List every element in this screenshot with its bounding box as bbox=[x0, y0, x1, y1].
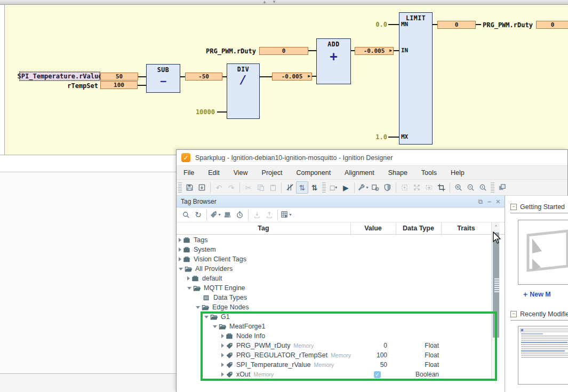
fbd-var-out-pwm-rduty[interactable]: PRG_PWM.rDuty bbox=[483, 21, 533, 29]
expand-out-icon[interactable] bbox=[398, 181, 411, 194]
tag-value-cell[interactable] bbox=[350, 302, 396, 312]
cascade-windows-icon[interactable] bbox=[496, 181, 508, 194]
tag-value-cell[interactable] bbox=[350, 245, 396, 254]
fit-selection-icon[interactable] bbox=[423, 181, 435, 194]
column-header-value[interactable]: Value bbox=[350, 222, 396, 234]
splitter-down-icon[interactable]: ▼ bbox=[272, 0, 276, 4]
redo-icon[interactable]: ↷ bbox=[225, 181, 237, 194]
tag-value-cell[interactable] bbox=[350, 254, 396, 264]
tree-row-edge-nodes[interactable]: Edge Nodes bbox=[177, 302, 491, 312]
project-properties-icon[interactable] bbox=[369, 181, 381, 194]
expand-down-icon[interactable] bbox=[187, 287, 191, 290]
tree-row-tags[interactable]: Tags bbox=[177, 235, 491, 245]
toolbar-grip[interactable] bbox=[491, 182, 494, 193]
column-settings-icon[interactable]: ▾ bbox=[280, 209, 292, 221]
tag-value-cell[interactable] bbox=[350, 283, 396, 293]
column-header-tag[interactable]: Tag bbox=[177, 222, 350, 234]
recently-modified-thumbnail[interactable] bbox=[518, 326, 568, 385]
fbd-const-10000[interactable]: 10000 bbox=[183, 108, 215, 116]
collapse-section-icon[interactable]: − bbox=[510, 311, 517, 317]
window-titlebar[interactable]: ✓ Sparkplug - Ignition-debian10-ignition… bbox=[177, 150, 567, 166]
tree-row-data-types[interactable]: Data Types bbox=[177, 293, 491, 302]
sort-alt-icon[interactable]: ⇅ bbox=[308, 181, 321, 194]
udt-drive-icon[interactable] bbox=[221, 209, 234, 221]
zoom-in-icon[interactable] bbox=[452, 181, 465, 194]
collapse-in-icon[interactable] bbox=[411, 181, 423, 194]
menu-alignment[interactable]: Alignment bbox=[338, 166, 381, 179]
close-panel-icon[interactable]: × bbox=[496, 197, 500, 206]
fbd-block-add[interactable]: ADD + bbox=[316, 38, 351, 84]
fbd-value-tempset[interactable]: 100 bbox=[100, 81, 138, 89]
expand-right-icon[interactable] bbox=[187, 276, 190, 281]
getting-started-header[interactable]: − Getting Started bbox=[510, 203, 568, 211]
tag-value-cell[interactable] bbox=[350, 235, 396, 245]
fbd-value-input[interactable]: 50 bbox=[100, 73, 138, 81]
fbd-const-mn[interactable]: 0.0 bbox=[366, 21, 387, 28]
menu-help[interactable]: Help bbox=[444, 166, 471, 179]
cut-icon[interactable]: ✂ bbox=[242, 181, 254, 194]
undo-icon[interactable]: ↶ bbox=[213, 181, 225, 194]
dropdown-caret-icon[interactable]: ▾ bbox=[366, 185, 368, 190]
recently-modified-header[interactable]: − Recently Modified bbox=[510, 310, 568, 318]
sort-order-icon[interactable]: ⇅ bbox=[296, 181, 308, 194]
tag-value-cell[interactable] bbox=[350, 274, 396, 283]
tree-row-default[interactable]: default bbox=[177, 274, 491, 283]
fbd-value-final[interactable]: 0 bbox=[536, 21, 568, 29]
expand-down-icon[interactable] bbox=[179, 268, 183, 270]
menu-shape[interactable]: Shape bbox=[381, 166, 414, 179]
fbd-block-div[interactable]: DIV / bbox=[227, 63, 260, 119]
tree-row-mqtt-engine[interactable]: MQTT Engine bbox=[177, 283, 491, 293]
tag-value-cell[interactable] bbox=[350, 264, 396, 274]
float-panel-icon[interactable]: ⧉ bbox=[478, 198, 483, 205]
export-tags-icon[interactable] bbox=[263, 209, 275, 221]
dropdown-caret-icon[interactable]: ▾ bbox=[289, 212, 291, 217]
menu-edit[interactable]: Edit bbox=[201, 166, 227, 179]
tag-value-cell[interactable] bbox=[350, 293, 396, 302]
history-clock-icon[interactable] bbox=[234, 209, 246, 221]
menu-component[interactable]: Component bbox=[289, 166, 338, 179]
splitter-strip[interactable]: ▲ ▼ bbox=[0, 0, 568, 5]
toggle-gridlines-icon[interactable] bbox=[284, 181, 296, 194]
menu-file[interactable]: File bbox=[177, 166, 201, 179]
scroll-up-icon[interactable]: ⌃ bbox=[492, 223, 500, 231]
tree-row-all-providers[interactable]: All Providers bbox=[177, 264, 491, 274]
fbd-canvas[interactable]: SPI_Temperature.rValue 50 rTempSet 100 S… bbox=[5, 5, 568, 155]
expand-right-icon[interactable] bbox=[179, 257, 181, 261]
fbd-value-add-out[interactable]: -0.005▶ bbox=[355, 47, 394, 55]
preview-play-icon[interactable]: ▶ bbox=[340, 181, 352, 194]
refresh-icon[interactable]: ↻ bbox=[192, 209, 204, 221]
wrench-icon[interactable]: ▾ bbox=[357, 181, 369, 194]
zoom-out-icon[interactable] bbox=[465, 181, 477, 194]
fbd-const-mx[interactable]: 1.0 bbox=[366, 133, 387, 141]
fbd-value-pwm[interactable]: 0 bbox=[259, 47, 308, 55]
column-header-datatype[interactable]: Data Type bbox=[396, 222, 441, 234]
zoom-actual-icon[interactable] bbox=[477, 181, 489, 194]
copy-icon[interactable] bbox=[254, 181, 267, 194]
tree-row-system[interactable]: System bbox=[177, 245, 491, 254]
expand-right-icon[interactable] bbox=[179, 247, 181, 252]
fbd-var-rtempset[interactable]: rTempSet bbox=[45, 82, 98, 90]
fbd-var-spi-temperature[interactable]: SPI_Temperature.rValue bbox=[20, 72, 100, 81]
menu-tools[interactable]: Tools bbox=[414, 166, 444, 179]
getting-started-thumbnail[interactable] bbox=[518, 220, 568, 285]
tag-browser-titlebar[interactable]: Tag Browser ⧉ – × bbox=[177, 196, 505, 207]
security-shield-icon[interactable] bbox=[381, 181, 394, 194]
expand-down-icon[interactable] bbox=[196, 306, 200, 309]
menu-project[interactable]: Project bbox=[255, 166, 290, 179]
add-tag-icon[interactable]: ▾ bbox=[209, 209, 221, 221]
collapse-section-icon[interactable]: − bbox=[510, 204, 517, 210]
shape-rect-icon[interactable]: □▾ bbox=[327, 181, 340, 194]
fbd-value-sub-out[interactable]: -50 bbox=[185, 73, 222, 81]
menu-view[interactable]: View bbox=[227, 166, 255, 179]
paste-icon[interactable] bbox=[267, 181, 279, 194]
fbd-block-sub[interactable]: SUB − bbox=[146, 64, 180, 93]
dropdown-caret-icon[interactable]: ▾ bbox=[218, 212, 220, 217]
toolbar-grip[interactable] bbox=[322, 182, 326, 193]
save-update-icon[interactable] bbox=[196, 181, 208, 194]
fbd-var-pwm-rduty[interactable]: PRG_PWM.rDuty bbox=[197, 47, 256, 55]
toolbar-grip[interactable] bbox=[178, 182, 182, 193]
expand-right-icon[interactable] bbox=[179, 238, 181, 242]
new-main-window-link[interactable]: + New M bbox=[523, 290, 568, 299]
fbd-block-limit[interactable]: LIMIT bbox=[399, 12, 433, 145]
minimize-panel-icon[interactable]: – bbox=[487, 198, 491, 205]
